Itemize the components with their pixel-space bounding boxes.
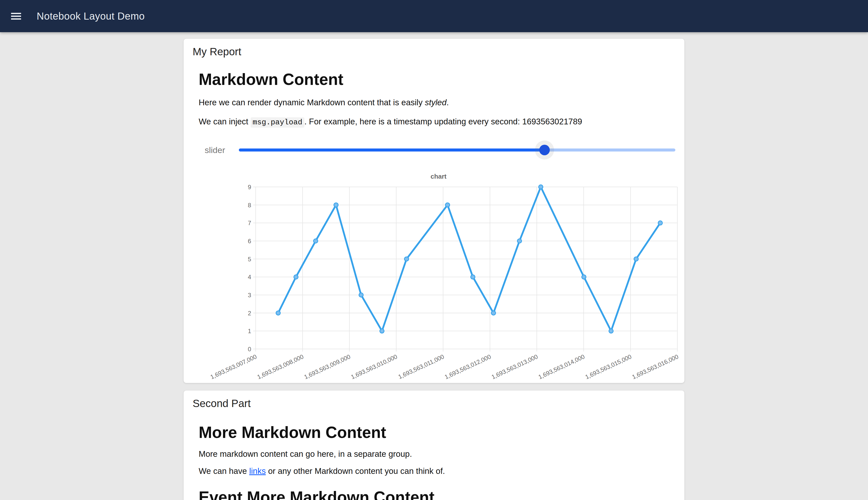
app-title: Notebook Layout Demo	[37, 11, 145, 22]
timestamp-value: 1693563021789	[522, 117, 582, 126]
markdown-heading-2: More Markdown Content	[199, 423, 675, 442]
menu-hamburger-icon[interactable]	[4, 4, 27, 27]
markdown-link[interactable]: links	[249, 466, 266, 476]
svg-text:1,693,563,010,000: 1,693,563,010,000	[350, 353, 398, 380]
paragraph-text: . For example, here is a timestamp updat…	[304, 117, 522, 126]
svg-text:3: 3	[248, 292, 251, 298]
markdown-paragraph-2: We can inject msg.payload. For example, …	[199, 116, 675, 128]
italic-text: styled	[425, 98, 447, 107]
svg-text:chart: chart	[430, 173, 447, 180]
paragraph-text: We can have	[199, 466, 249, 476]
slider-label: slider	[205, 145, 229, 155]
markdown-block-2: More Markdown Content More markdown cont…	[199, 423, 675, 500]
svg-text:1,693,563,011,000: 1,693,563,011,000	[397, 353, 445, 380]
line-chart[interactable]: 1,693,563,007,0001,693,563,008,0001,693,…	[199, 171, 679, 375]
markdown-paragraph-3: More markdown content can go here, in a …	[199, 448, 675, 460]
inline-code-chip: msg.payload	[251, 117, 304, 128]
second-card: Second Part More Markdown Content More m…	[183, 390, 685, 500]
slider-thumb[interactable]	[539, 145, 550, 155]
markdown-heading: Markdown Content	[199, 70, 675, 89]
svg-text:5: 5	[248, 256, 251, 263]
svg-text:1: 1	[248, 328, 251, 334]
chart-widget: 1,693,563,007,0001,693,563,008,0001,693,…	[199, 171, 675, 375]
slider-track[interactable]	[239, 141, 675, 159]
slider-track-fill	[239, 148, 544, 151]
svg-text:1,693,563,007,000: 1,693,563,007,000	[209, 353, 258, 380]
svg-text:1,693,563,013,000: 1,693,563,013,000	[490, 353, 539, 380]
report-card-title: My Report	[193, 46, 675, 58]
slider-widget: slider	[193, 141, 675, 159]
paragraph-text: or any other Markdown content you can th…	[266, 466, 445, 476]
second-card-title: Second Part	[193, 397, 675, 410]
svg-text:0: 0	[248, 346, 251, 353]
markdown-block: Markdown Content Here we can render dyna…	[199, 70, 675, 128]
svg-text:4: 4	[248, 274, 251, 281]
markdown-heading-3: Event More Markdown Content	[199, 488, 675, 500]
svg-text:1,693,563,015,000: 1,693,563,015,000	[584, 353, 633, 380]
svg-text:8: 8	[248, 202, 251, 208]
svg-text:6: 6	[248, 238, 251, 245]
svg-text:1,693,563,014,000: 1,693,563,014,000	[537, 353, 586, 380]
paragraph-text: Here we can render dynamic Markdown cont…	[199, 98, 425, 107]
svg-text:1,693,563,009,000: 1,693,563,009,000	[303, 353, 351, 380]
svg-text:1,693,563,008,000: 1,693,563,008,000	[256, 353, 305, 380]
svg-text:7: 7	[248, 219, 251, 226]
svg-text:2: 2	[248, 310, 251, 317]
svg-text:1,693,563,016,000: 1,693,563,016,000	[631, 353, 679, 380]
markdown-paragraph-1: Here we can render dynamic Markdown cont…	[199, 96, 675, 109]
app-bar: Notebook Layout Demo	[0, 0, 868, 32]
paragraph-text: .	[447, 98, 449, 107]
paragraph-text: We can inject	[199, 117, 251, 126]
svg-text:1,693,563,012,000: 1,693,563,012,000	[443, 353, 492, 380]
markdown-paragraph-4: We can have links or any other Markdown …	[199, 465, 675, 477]
report-card: My Report Markdown Content Here we can r…	[183, 38, 685, 383]
svg-text:9: 9	[248, 184, 251, 191]
